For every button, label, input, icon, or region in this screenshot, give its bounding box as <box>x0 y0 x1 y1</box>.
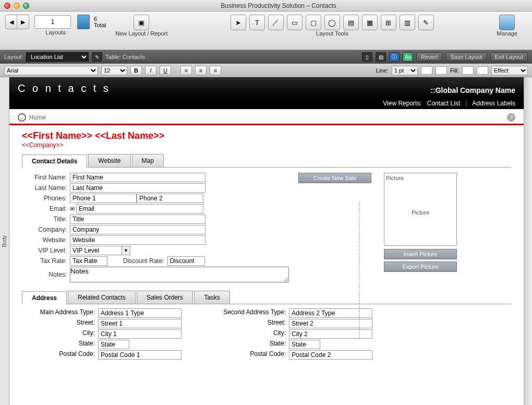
first-name-field[interactable] <box>70 173 205 182</box>
line-tool-icon[interactable]: ／ <box>268 15 284 30</box>
minimize-window-icon[interactable] <box>14 3 20 9</box>
company-field[interactable] <box>70 225 205 234</box>
phone2-field[interactable] <box>137 194 203 203</box>
insert-picture-button[interactable]: Insert Picture <box>384 249 457 259</box>
phone1-field[interactable] <box>70 194 137 203</box>
new-layout-label: New Layout / Report <box>115 30 167 39</box>
new-layout-icon[interactable]: ▣ <box>134 15 149 30</box>
street2-label: Street: <box>213 319 286 328</box>
close-window-icon[interactable] <box>4 3 10 9</box>
next-record-button[interactable]: ▶ <box>17 15 29 29</box>
line-pt-dropdown[interactable]: 1 pt <box>392 66 418 75</box>
save-layout-button[interactable]: Save Layout <box>445 52 487 62</box>
street2-field[interactable] <box>289 319 372 328</box>
toggle2-icon[interactable]: ▤ <box>376 52 386 62</box>
merge-name-field: <<First Name>> <<Last Name>> <box>22 130 511 141</box>
postal2-field[interactable] <box>289 350 372 360</box>
notes-field[interactable]: Notes <box>70 267 289 282</box>
contact-list-link[interactable]: Contact List <box>427 100 460 107</box>
tab-website[interactable]: Website <box>88 154 130 167</box>
layouts-label: Layouts <box>45 29 66 38</box>
second-address-type-field[interactable] <box>289 308 372 318</box>
create-new-sale-button[interactable]: Create New Sale <box>298 173 371 183</box>
bold-button[interactable]: B <box>130 66 142 75</box>
address-labels-link[interactable]: Address Labels <box>472 100 515 107</box>
tab-related-contacts[interactable]: Related Contacts <box>68 291 136 304</box>
aa-toggle[interactable]: Aa <box>403 52 413 62</box>
italic-button[interactable]: I <box>145 66 156 75</box>
tab-sales-orders[interactable]: Sales Orders <box>137 291 193 304</box>
discount-field[interactable] <box>167 256 205 266</box>
line-color-swatch[interactable] <box>436 66 447 75</box>
title-bar: Business Productivity Solution – Contact… <box>0 0 532 11</box>
state1-label: State: <box>22 340 95 349</box>
rounded-rect-tool-icon[interactable]: ▢ <box>306 15 321 30</box>
main-toolbar: ◀ ▶ 1 6 Total Layouts ▣ New Layout / Rep… <box>0 11 532 50</box>
tax-field[interactable] <box>70 256 107 266</box>
pointer-tool-icon[interactable]: ➤ <box>231 15 246 30</box>
revert-button[interactable]: Revert <box>416 52 442 62</box>
text-tool-icon[interactable]: T <box>249 15 265 30</box>
street1-field[interactable] <box>98 319 182 328</box>
export-picture-button[interactable]: Export Picture <box>384 261 457 272</box>
email-icon[interactable]: ✉ <box>70 206 75 212</box>
vip-dropdown-arrow[interactable]: ▼ <box>122 246 130 255</box>
window-title: Business Productivity Solution – Contact… <box>29 2 528 9</box>
tab-contact-details[interactable]: Contact Details <box>22 154 87 168</box>
email-field[interactable] <box>76 204 203 213</box>
chart-tool-icon[interactable]: ✎ <box>418 15 434 30</box>
tab-tool-icon[interactable]: ⊞ <box>381 15 396 30</box>
home-icon[interactable]: ⌂ <box>18 113 26 122</box>
state1-field[interactable] <box>98 340 129 349</box>
layout-dropdown[interactable]: Location List <box>26 52 89 62</box>
city2-field[interactable] <box>289 329 372 339</box>
city1-field[interactable] <box>98 329 182 339</box>
page-title: C o n t a c t s <box>18 82 111 94</box>
pencil-icon[interactable]: ✎ <box>92 52 102 62</box>
tax-label: Tax Rate: <box>22 257 67 265</box>
title-field[interactable] <box>70 215 205 224</box>
main-address-type-field[interactable] <box>98 308 182 318</box>
font-size-dropdown[interactable]: 12 <box>101 66 127 75</box>
font-dropdown[interactable]: Arial <box>4 66 98 75</box>
oval-tool-icon[interactable]: ◯ <box>324 15 340 30</box>
tab-map[interactable]: Map <box>132 154 164 167</box>
book-icon[interactable] <box>77 15 90 29</box>
layout-bar: Layout: Location List ✎ Table: Contacts … <box>0 50 532 64</box>
effect-dropdown[interactable]: Effect <box>491 66 528 75</box>
fill-pattern-swatch[interactable] <box>477 66 488 75</box>
tab-tasks[interactable]: Tasks <box>194 291 230 304</box>
tab-address[interactable]: Address <box>22 291 67 304</box>
state2-field[interactable] <box>289 340 320 349</box>
rect-tool-icon[interactable]: ▭ <box>287 15 303 30</box>
fill-color-swatch[interactable] <box>462 66 474 75</box>
field-tool-icon[interactable]: ▤ <box>343 15 359 30</box>
align-left-button[interactable]: ≡ <box>180 66 192 75</box>
underline-button[interactable]: U <box>160 66 171 75</box>
prev-record-button[interactable]: ◀ <box>6 15 17 29</box>
button-tool-icon[interactable]: ▦ <box>362 15 378 30</box>
line-style-swatch[interactable] <box>421 66 432 75</box>
align-right-button[interactable]: ≡ <box>210 66 221 75</box>
home-label[interactable]: Home <box>29 114 46 121</box>
portal-tool-icon[interactable]: ▥ <box>400 15 415 30</box>
website-field[interactable] <box>70 235 205 245</box>
body-part-rail[interactable]: Body <box>0 77 9 405</box>
last-name-field[interactable] <box>70 183 205 193</box>
website-label: Website: <box>22 236 67 244</box>
picture-container[interactable]: Picture Picture <box>384 173 457 246</box>
second-address-column: Second Address Type: Street: City: State… <box>213 308 372 361</box>
info-icon[interactable]: ⓘ <box>389 52 400 62</box>
vertical-scrollbar[interactable] <box>524 77 532 405</box>
toggle1-icon[interactable]: ▯ <box>362 52 372 62</box>
help-icon[interactable]: ? <box>507 113 515 122</box>
zoom-window-icon[interactable] <box>23 3 29 9</box>
manage-icon[interactable] <box>499 15 515 30</box>
record-counter[interactable]: 1 <box>34 15 71 29</box>
align-center-button[interactable]: ≡ <box>195 66 207 75</box>
postal1-field[interactable] <box>98 350 182 360</box>
postal2-label: Postal Code: <box>213 350 286 360</box>
exit-layout-button[interactable]: Exit Layout <box>490 52 528 62</box>
vip-field[interactable] <box>70 246 122 255</box>
layout-canvas[interactable]: C o n t a c t s ::Global Company Name Vi… <box>9 77 524 405</box>
